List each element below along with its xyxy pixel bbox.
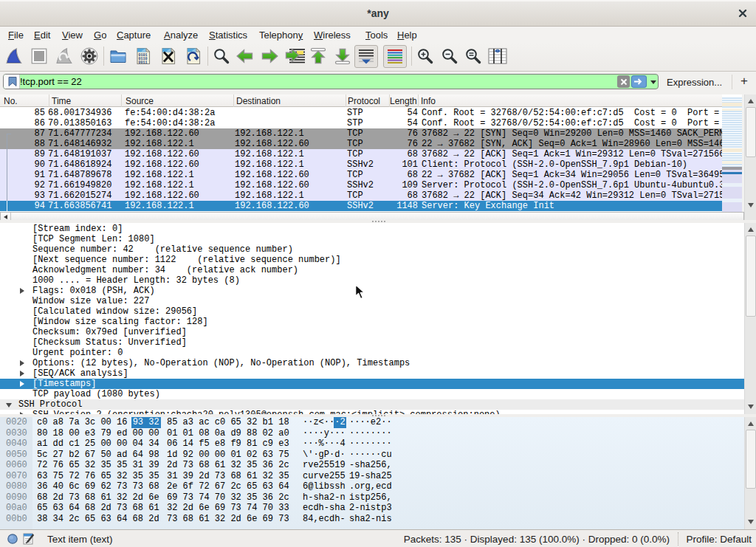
svg-text:0011: 0011 [139, 61, 148, 65]
